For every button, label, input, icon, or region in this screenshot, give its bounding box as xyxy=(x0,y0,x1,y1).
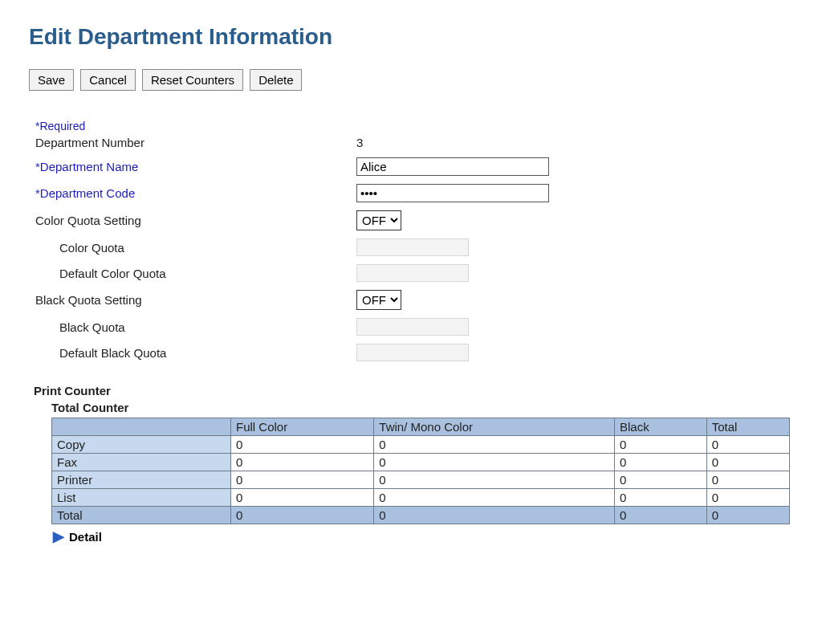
counter-cell: 0 xyxy=(374,489,615,507)
counter-cell: 0 xyxy=(614,489,706,507)
department-number-value: 3 xyxy=(356,136,565,149)
counter-cell: 0 xyxy=(614,507,706,524)
detail-toggle[interactable]: ▶ Detail xyxy=(53,529,793,544)
color-quota-input xyxy=(356,238,469,256)
counter-col-total: Total xyxy=(706,418,789,436)
counter-cell: 0 xyxy=(231,454,374,471)
counter-cell: 0 xyxy=(231,489,374,507)
department-name-label: *Department Name xyxy=(35,160,356,173)
save-button[interactable]: Save xyxy=(29,69,74,91)
counter-cell: 0 xyxy=(231,436,374,454)
page-title: Edit Department Information xyxy=(29,24,793,50)
counter-row-label: Printer xyxy=(52,471,231,489)
color-quota-label: Color Quota xyxy=(35,241,356,255)
counter-cell: 0 xyxy=(706,454,789,471)
delete-button[interactable]: Delete xyxy=(250,69,302,91)
reset-counters-button[interactable]: Reset Counters xyxy=(142,69,243,91)
counter-cell: 0 xyxy=(706,489,789,507)
default-color-quota-input xyxy=(356,264,469,282)
table-row: Fax 0 0 0 0 xyxy=(52,454,790,471)
total-counter-table: Full Color Twin/ Mono Color Black Total … xyxy=(51,418,790,524)
default-color-quota-label: Default Color Quota xyxy=(35,267,356,280)
color-quota-setting-select[interactable]: OFF xyxy=(356,210,401,230)
counter-cell: 0 xyxy=(231,471,374,489)
counter-cell: 0 xyxy=(706,436,789,454)
black-quota-setting-select[interactable]: OFF xyxy=(356,290,401,310)
counter-cell: 0 xyxy=(706,507,789,524)
black-quota-label: Black Quota xyxy=(35,320,356,334)
counter-col-blank xyxy=(52,418,231,436)
counter-cell: 0 xyxy=(374,471,615,489)
department-code-label: *Department Code xyxy=(35,186,356,200)
triangle-right-icon: ▶ xyxy=(53,529,64,544)
black-quota-setting-label: Black Quota Setting xyxy=(35,293,356,307)
counter-cell: 0 xyxy=(374,507,615,524)
cancel-button[interactable]: Cancel xyxy=(80,69,136,91)
counter-row-label: Copy xyxy=(52,436,231,454)
counter-row-label: Total xyxy=(52,507,231,524)
black-quota-input xyxy=(356,318,469,336)
print-counter-heading: Print Counter xyxy=(34,384,793,397)
counter-col-black: Black xyxy=(614,418,706,436)
counter-cell: 0 xyxy=(374,436,615,454)
color-quota-setting-label: Color Quota Setting xyxy=(35,214,356,227)
detail-label: Detail xyxy=(69,530,102,544)
toolbar: Save Cancel Reset Counters Delete xyxy=(29,69,793,91)
counter-cell: 0 xyxy=(614,436,706,454)
default-black-quota-label: Default Black Quota xyxy=(35,346,356,360)
department-code-input[interactable] xyxy=(356,184,549,202)
counter-col-fullcolor: Full Color xyxy=(231,418,374,436)
counter-cell: 0 xyxy=(231,507,374,524)
table-row: List 0 0 0 0 xyxy=(52,489,790,507)
required-note: *Required xyxy=(35,120,793,132)
counter-row-label: Fax xyxy=(52,454,231,471)
department-number-label: Department Number xyxy=(35,136,356,149)
table-row: Copy 0 0 0 0 xyxy=(52,436,790,454)
counter-cell: 0 xyxy=(614,454,706,471)
total-counter-heading: Total Counter xyxy=(51,401,793,414)
table-row: Printer 0 0 0 0 xyxy=(52,471,790,489)
counter-cell: 0 xyxy=(374,454,615,471)
counter-row-label: List xyxy=(52,489,231,507)
table-row-total: Total 0 0 0 0 xyxy=(52,507,790,524)
counter-col-twinmono: Twin/ Mono Color xyxy=(374,418,615,436)
counter-cell: 0 xyxy=(614,471,706,489)
default-black-quota-input xyxy=(356,344,469,361)
department-name-input[interactable] xyxy=(356,157,549,176)
counter-cell: 0 xyxy=(706,471,789,489)
